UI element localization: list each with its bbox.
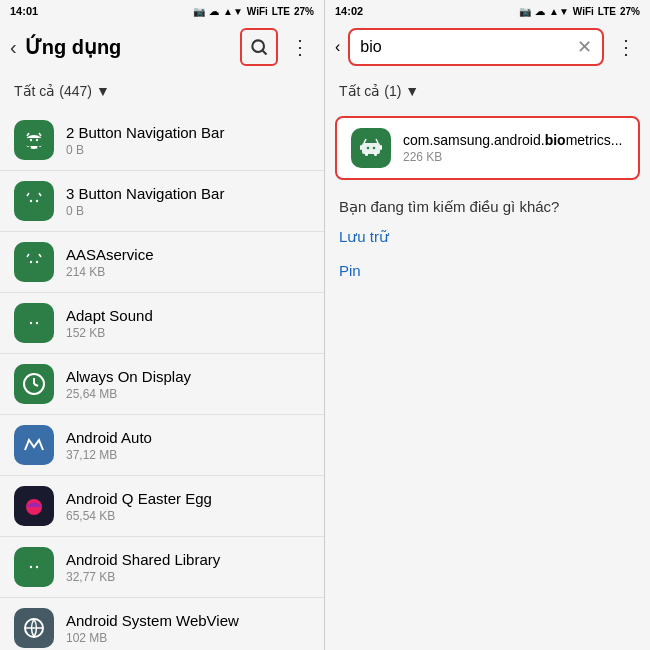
app-size: 0 B — [66, 143, 310, 157]
app-icon — [14, 303, 54, 343]
app-info: 3 Button Navigation Bar 0 B — [66, 185, 310, 218]
search-input[interactable] — [360, 38, 571, 56]
list-item[interactable]: Android Shared Library 32,77 KB — [0, 537, 324, 598]
list-item[interactable]: Android Q Easter Egg 65,54 KB — [0, 476, 324, 537]
list-item[interactable]: Android Auto 37,12 MB — [0, 415, 324, 476]
app-icon — [14, 364, 54, 404]
app-info: Android Q Easter Egg 65,54 KB — [66, 490, 310, 523]
more-button[interactable]: ⋮ — [286, 31, 314, 63]
auto-icon — [22, 433, 46, 457]
left-filter-bar: Tất cả (447) ▼ — [0, 72, 324, 110]
svg-line-39 — [364, 139, 366, 143]
app-name: AASAservice — [66, 246, 310, 263]
result-android-icon — [359, 137, 383, 159]
svg-rect-8 — [23, 139, 26, 144]
search-input-wrapper[interactable]: ✕ — [348, 28, 604, 66]
svg-point-20 — [30, 261, 32, 263]
app-icon — [14, 608, 54, 648]
svg-point-14 — [36, 200, 38, 202]
app-name: Adapt Sound — [66, 307, 310, 324]
list-item[interactable]: 2 Button Navigation Bar 0 B — [0, 110, 324, 171]
android-icon — [22, 190, 46, 212]
android-icon — [22, 251, 46, 273]
page-title: Ứng dụng — [25, 35, 232, 59]
right-filter-bar: Tất cả (1) ▼ — [325, 72, 650, 110]
right-time: 14:02 — [335, 5, 363, 17]
app-name: 2 Button Navigation Bar — [66, 124, 310, 141]
search-button[interactable] — [240, 28, 278, 66]
right-more-button[interactable]: ⋮ — [612, 31, 640, 63]
svg-point-4 — [30, 139, 32, 141]
svg-point-5 — [36, 139, 38, 141]
right-filter-dropdown[interactable]: ▼ — [405, 83, 419, 99]
app-size: 152 KB — [66, 326, 310, 340]
svg-line-15 — [27, 193, 29, 196]
android-icon — [22, 312, 46, 334]
app-size: 102 MB — [66, 631, 310, 645]
svg-line-1 — [263, 51, 267, 55]
left-status-bar: 14:01 📷 ☁ ▲▼ WiFi LTE 27% — [0, 0, 324, 22]
svg-point-33 — [36, 566, 38, 568]
result-package-prefix: com.samsung.android. — [403, 132, 545, 148]
app-icon — [14, 242, 54, 282]
app-info: 2 Button Navigation Bar 0 B — [66, 124, 310, 157]
list-item[interactable]: Adapt Sound 152 KB — [0, 293, 324, 354]
app-name: Android Auto — [66, 429, 310, 446]
result-highlight: bio — [545, 132, 566, 148]
svg-rect-43 — [365, 153, 368, 156]
svg-point-0 — [252, 40, 264, 52]
app-name: Android Shared Library — [66, 551, 310, 568]
app-info: Android Shared Library 32,77 KB — [66, 551, 310, 584]
list-item[interactable]: Android System WebView 102 MB — [0, 598, 324, 650]
svg-rect-24 — [25, 319, 43, 329]
app-icon — [14, 425, 54, 465]
right-status-bar: 14:02 📷 ☁ ▲▼ WiFi LTE 27% — [325, 0, 650, 22]
svg-line-16 — [39, 193, 41, 196]
svg-line-6 — [27, 133, 29, 136]
app-size: 25,64 MB — [66, 387, 310, 401]
list-item[interactable]: AASAservice 214 KB — [0, 232, 324, 293]
result-size: 226 KB — [403, 150, 624, 164]
app-info: Android Auto 37,12 MB — [66, 429, 310, 462]
filter-label: Tất cả (447) — [14, 83, 92, 99]
list-item[interactable]: Always On Display 25,64 MB — [0, 354, 324, 415]
right-top-bar: ‹ ✕ ⋮ — [325, 22, 650, 72]
svg-rect-41 — [360, 145, 362, 150]
svg-rect-36 — [362, 143, 380, 154]
list-item[interactable]: 3 Button Navigation Bar 0 B — [0, 171, 324, 232]
app-info: Android System WebView 102 MB — [66, 612, 310, 645]
search-result-item[interactable]: com.samsung.android.biometrics... 226 KB — [335, 116, 640, 180]
search-icon — [249, 37, 269, 57]
svg-rect-42 — [380, 145, 382, 150]
svg-rect-18 — [43, 199, 45, 204]
svg-point-26 — [36, 322, 38, 324]
clear-button[interactable]: ✕ — [577, 36, 592, 58]
svg-rect-31 — [25, 563, 43, 573]
app-info: Adapt Sound 152 KB — [66, 307, 310, 340]
svg-rect-17 — [23, 199, 25, 204]
app-name: Android Q Easter Egg — [66, 490, 310, 507]
suggestion-pin[interactable]: Pin — [325, 254, 650, 287]
app-info: Always On Display 25,64 MB — [66, 368, 310, 401]
svg-rect-19 — [25, 258, 43, 268]
result-info: com.samsung.android.biometrics... 226 KB — [403, 132, 624, 164]
svg-point-25 — [30, 322, 32, 324]
left-time: 14:01 — [10, 5, 38, 17]
shared-icon — [22, 556, 46, 578]
svg-point-32 — [30, 566, 32, 568]
result-package-suffix: metrics... — [566, 132, 623, 148]
back-button[interactable]: ‹ — [10, 36, 17, 59]
app-size: 37,12 MB — [66, 448, 310, 462]
app-list: 2 Button Navigation Bar 0 B 3 Button Nav… — [0, 110, 324, 650]
app-name: 3 Button Navigation Bar — [66, 185, 310, 202]
svg-rect-12 — [25, 197, 43, 207]
svg-line-40 — [376, 139, 378, 143]
filter-dropdown[interactable]: ▼ — [96, 83, 110, 99]
right-status-icons: 📷 ☁ ▲▼ WiFi LTE 27% — [519, 6, 640, 17]
svg-point-37 — [367, 147, 370, 150]
suggestion-luu-tru[interactable]: Lưu trữ — [325, 220, 650, 254]
clock-icon — [22, 372, 46, 396]
svg-line-7 — [39, 133, 41, 136]
right-back-button[interactable]: ‹ — [335, 38, 340, 56]
app-size: 32,77 KB — [66, 570, 310, 584]
